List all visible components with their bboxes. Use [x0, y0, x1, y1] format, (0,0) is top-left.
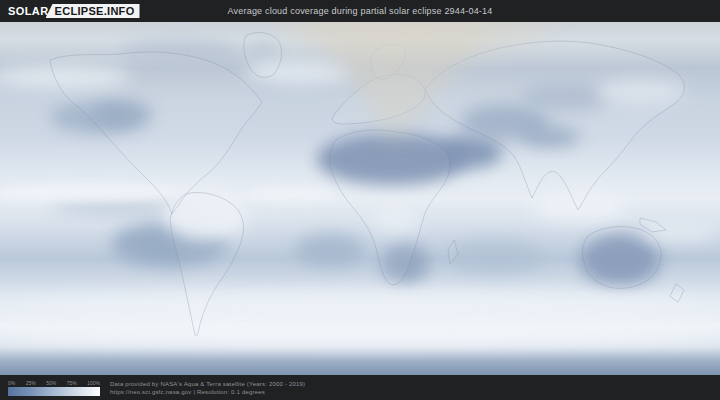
- cloud-coverage-legend: 0% 25% 50% 75% 100%: [8, 380, 100, 396]
- solareclipse-page: Average cloud coverage during partial so…: [0, 0, 720, 400]
- attribution: Data provided by NASA's Aqua & Terra sat…: [110, 380, 305, 396]
- world-cloud-map: [0, 22, 720, 375]
- legend-tick-100: 100%: [87, 380, 100, 386]
- top-bar: Average cloud coverage during partial so…: [0, 0, 720, 22]
- legend-tick-labels: 0% 25% 50% 75% 100%: [8, 380, 100, 386]
- logo-text-solar: SOLAR: [8, 4, 49, 18]
- cloud-map-svg: [0, 22, 720, 375]
- logo-badge-eclipse-info: ECLIPSE.INFO: [46, 4, 140, 18]
- site-logo[interactable]: SOLAR ECLIPSE.INFO: [8, 4, 140, 18]
- attribution-line1: Data provided by NASA's Aqua & Terra sat…: [110, 380, 305, 388]
- legend-colorbar: [8, 387, 100, 396]
- bottom-bar: 0% 25% 50% 75% 100% Data provided by NAS…: [0, 375, 720, 400]
- legend-tick-50: 50%: [46, 380, 56, 386]
- legend-tick-75: 75%: [67, 380, 77, 386]
- legend-tick-0: 0%: [8, 380, 15, 386]
- legend-tick-25: 25%: [26, 380, 36, 386]
- attribution-line2: https://neo.sci.gsfc.nasa.gov | Resoluti…: [110, 388, 305, 396]
- outline-australia: [583, 227, 661, 289]
